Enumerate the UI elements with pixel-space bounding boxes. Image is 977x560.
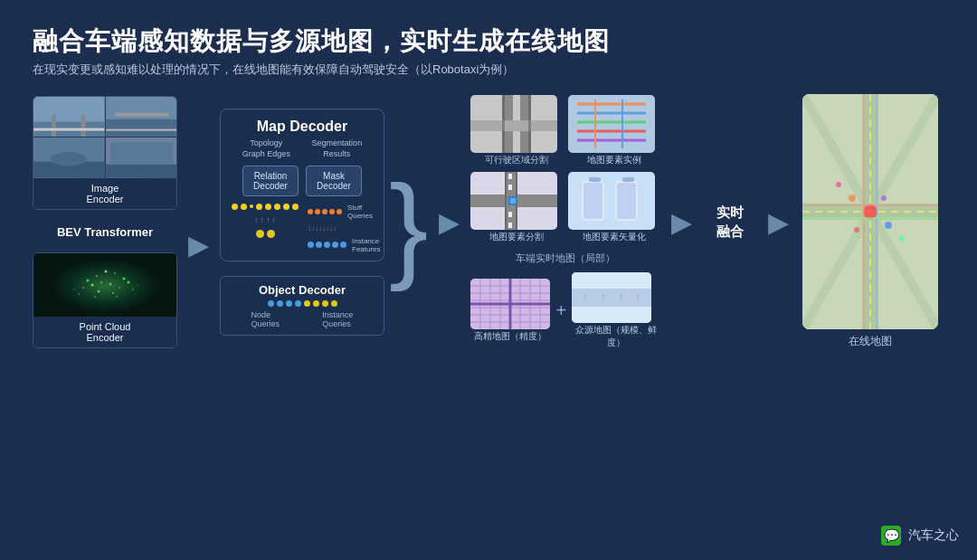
svg-rect-63 <box>583 183 602 219</box>
point-cloud-encoder-label: Point Cloud Encoder <box>33 317 176 347</box>
drivable-image <box>470 95 557 153</box>
result-tile-instance: 地图要素实例 <box>568 95 660 166</box>
svg-point-25 <box>109 282 112 285</box>
svg-rect-2 <box>52 115 56 138</box>
cam-tile-br <box>106 138 177 178</box>
svg-point-26 <box>119 287 120 289</box>
svg-rect-41 <box>528 95 531 153</box>
yellow-dots-big <box>232 204 299 210</box>
blue-dots-row <box>308 242 346 248</box>
orange-dots-row <box>308 209 342 214</box>
svg-point-31 <box>112 292 114 294</box>
online-map-label: 在线地图 <box>849 334 892 349</box>
results-bottom-row: 高精地图（精度） + ↑ ↑ ↑ ↑ <box>470 272 660 349</box>
svg-point-11 <box>51 152 87 166</box>
arrow-decoder-to-results: ▶ <box>439 206 460 238</box>
svg-text:↑: ↑ <box>635 289 641 304</box>
instance-features-row: Instance Features <box>308 237 381 253</box>
map-decoder-box: Map Decoder Topology Graph Edges Segment… <box>220 109 384 261</box>
hd-map-tile-wrapper: 高精地图（精度） <box>470 279 550 343</box>
svg-point-23 <box>91 283 94 286</box>
svg-point-16 <box>52 259 160 313</box>
camera-images <box>33 97 176 178</box>
svg-point-27 <box>128 280 130 283</box>
svg-rect-39 <box>470 120 557 131</box>
svg-text:↑: ↑ <box>601 289 607 304</box>
svg-rect-4 <box>33 128 104 131</box>
svg-rect-66 <box>589 177 601 182</box>
result-tile-segmentation: 地图要素分割 <box>470 172 563 243</box>
svg-point-107 <box>881 195 887 201</box>
svg-rect-65 <box>617 183 636 219</box>
mask-decoder-btn: Mask Decoder <box>306 166 362 196</box>
main-container: 融合车端感知数据与多源地图，实时生成在线地图 在现实变更或感知难以处理的情况下，… <box>0 0 977 560</box>
content-row: Image Encoder BEV Transformer <box>33 94 944 349</box>
crowd-map-image: ↑ ↑ ↑ ↑ <box>572 272 651 323</box>
svg-point-103 <box>885 222 892 229</box>
down-arrows: ↓↓↓↓↓↓↓↓ <box>308 224 381 233</box>
object-decoder-title: Object Decoder <box>230 283 375 297</box>
stuff-queries-row: Stuff Queries <box>308 204 381 220</box>
svg-point-17 <box>87 279 90 281</box>
svg-point-101 <box>863 204 877 219</box>
map-decoder-title: Map Decoder <box>232 119 373 135</box>
svg-point-19 <box>105 270 108 272</box>
svg-rect-40 <box>502 95 505 153</box>
diag-right: Stuff Queries ↓↓↓↓↓↓↓↓ Instance Features <box>308 204 381 253</box>
image-encoder-label: Image Encoder <box>33 178 176 209</box>
svg-point-22 <box>82 287 84 289</box>
fusion-text: 实时 融合 <box>716 203 744 241</box>
brackets-col <box>308 209 342 214</box>
svg-point-18 <box>96 275 98 277</box>
svg-point-21 <box>123 277 126 280</box>
decoder-section: Map Decoder Topology Graph Edges Segment… <box>220 109 428 335</box>
svg-rect-3 <box>81 115 86 138</box>
hd-map-image <box>470 279 550 329</box>
arrow-results-to-fusion: ▶ <box>671 206 692 238</box>
obj-dots-row <box>230 300 375 307</box>
svg-point-105 <box>899 236 905 242</box>
svg-point-106 <box>854 227 859 233</box>
svg-point-35 <box>116 296 118 298</box>
diag-left: ↑↑↑↑ <box>232 204 299 238</box>
svg-rect-8 <box>106 128 176 130</box>
svg-rect-60 <box>510 198 516 204</box>
page-subtitle: 在现实变更或感知难以处理的情况下，在线地图能有效保障自动驾驶安全（以Robota… <box>33 62 944 78</box>
vectorization-image <box>568 172 655 230</box>
segmentation-image <box>470 172 557 230</box>
instance-image <box>568 95 655 153</box>
svg-rect-61 <box>568 172 655 230</box>
encoders-col: Image Encoder BEV Transformer <box>33 96 177 348</box>
online-map-col: 在线地图 <box>800 94 940 349</box>
cam-tile-tl <box>33 97 105 138</box>
svg-point-24 <box>100 281 102 283</box>
image-encoder-box: Image Encoder <box>33 96 177 210</box>
watermark-text: 汽车之心 <box>908 527 959 544</box>
bev-transformer-label: BEV Transformer <box>33 221 177 243</box>
svg-text:↑: ↑ <box>583 289 589 304</box>
sub-decoders-row: Relation Decoder Mask Decoder <box>232 166 373 196</box>
svg-point-33 <box>73 289 75 290</box>
svg-rect-53 <box>505 172 507 230</box>
online-map-image <box>802 94 938 329</box>
svg-rect-14 <box>110 142 173 165</box>
point-cloud-encoder-box: Point Cloud Encoder <box>33 252 177 348</box>
crowd-map-label: 众源地图（规模、鲜度） <box>572 324 660 349</box>
result-tile-vectorization: 地图要素矢量化 <box>568 172 660 243</box>
vectorization-label: 地图要素矢量化 <box>568 231 660 243</box>
page-title: 融合车端感知数据与多源地图，实时生成在线地图 <box>33 25 944 58</box>
results-grid: 可行驶区域分割 <box>470 95 660 243</box>
relation-decoder-btn: Relation Decoder <box>242 166 299 196</box>
lidar-image <box>33 253 176 317</box>
result-tile-drivable: 可行驶区域分割 <box>470 95 563 166</box>
svg-point-30 <box>98 289 100 292</box>
arrow-encoder-to-decoder: ▶ <box>188 229 209 261</box>
svg-rect-57 <box>508 212 512 217</box>
results-col: 可行驶区域分割 <box>470 95 660 349</box>
yellow-dots-small <box>256 230 275 238</box>
svg-rect-6 <box>106 119 176 138</box>
header-section: 融合车端感知数据与多源地图，实时生成在线地图 在现实变更或感知难以处理的情况下，… <box>33 25 944 78</box>
svg-rect-58 <box>508 223 512 228</box>
fusion-label-col: 实时 融合 <box>703 203 757 241</box>
segmentation-label: 地图要素分割 <box>470 231 563 243</box>
